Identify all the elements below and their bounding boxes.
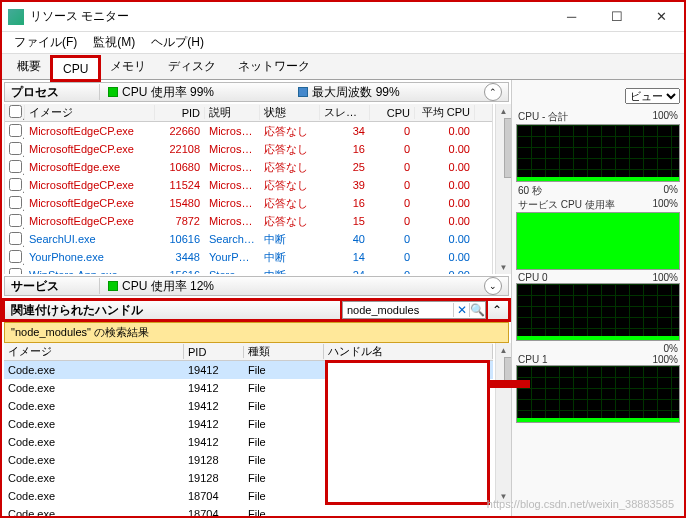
handle-search-input[interactable] [343, 304, 453, 316]
row-checkbox[interactable] [9, 142, 22, 155]
chart-1 [516, 212, 680, 270]
process-row[interactable]: MicrosoftEdgeCP.exe7872 Microso...応答なし 1… [5, 212, 492, 230]
row-checkbox[interactable] [9, 196, 22, 209]
process-title: プロセス [11, 84, 91, 101]
tab-memory[interactable]: メモリ [99, 53, 157, 79]
service-title: サービス [11, 278, 91, 295]
minimize-button[interactable]: ─ [549, 3, 594, 31]
chart-0 [516, 124, 680, 182]
process-scrollbar[interactable]: ▲▼ [495, 104, 511, 274]
tab-overview[interactable]: 概要 [6, 53, 52, 79]
menu-bar: ファイル(F) 監視(M) ヘルプ(H) [2, 32, 684, 54]
menu-file[interactable]: ファイル(F) [6, 32, 85, 53]
row-checkbox[interactable] [9, 268, 22, 275]
menu-help[interactable]: ヘルプ(H) [143, 32, 212, 53]
search-icon[interactable]: 🔍 [469, 303, 485, 317]
handle-section-header[interactable]: 関連付けられたハンドル ✕ 🔍 ⌃ [4, 300, 509, 320]
watermark: https://blog.csdn.net/weixin_38883585 [487, 498, 674, 510]
process-row[interactable]: MicrosoftEdgeCP.exe11524 Microso...応答なし … [5, 176, 492, 194]
handle-scrollbar[interactable]: ▲▼ [495, 343, 511, 503]
process-grid-header: イメージ PID 説明 状態 スレッド CPU 平均 CPU [5, 104, 492, 122]
process-row[interactable]: MicrosoftEdge.exe10680 Microso...応答なし 25… [5, 158, 492, 176]
app-icon [8, 9, 24, 25]
tab-disk[interactable]: ディスク [157, 53, 227, 79]
max-freq-icon [298, 87, 308, 97]
window-titlebar: リソース モニター ─ ☐ ✕ [2, 2, 684, 32]
chart-title: CPU 1100% [516, 354, 680, 365]
chart-2 [516, 283, 680, 341]
tab-network[interactable]: ネットワーク [227, 53, 321, 79]
row-checkbox[interactable] [9, 124, 22, 137]
max-freq-label: 最大周波数 99% [312, 84, 399, 101]
tab-cpu[interactable]: CPU [52, 57, 99, 80]
select-all-checkbox[interactable] [9, 105, 22, 118]
chart-title: CPU 0100% [516, 272, 680, 283]
service-cpu-icon [108, 281, 118, 291]
view-dropdown[interactable]: ビュー [625, 88, 680, 104]
row-checkbox[interactable] [9, 214, 22, 227]
handle-grid-header: イメージ PID 種類 ハンドル名 [4, 343, 493, 361]
window-title: リソース モニター [30, 8, 549, 25]
chart-title: サービス CPU 使用率100% [516, 198, 680, 212]
process-grid[interactable]: イメージ PID 説明 状態 スレッド CPU 平均 CPU Microsoft… [4, 104, 493, 274]
close-button[interactable]: ✕ [639, 3, 684, 31]
collapse-icon[interactable]: ⌃ [492, 303, 502, 317]
handle-title: 関連付けられたハンドル [11, 302, 342, 319]
row-checkbox[interactable] [9, 160, 22, 173]
collapse-icon[interactable]: ⌃ [484, 83, 502, 101]
maximize-button[interactable]: ☐ [594, 3, 639, 31]
row-checkbox[interactable] [9, 178, 22, 191]
service-cpu-label: CPU 使用率 12% [122, 278, 214, 295]
chart-panel: ビュー CPU - 合計100% 60 秒0%サービス CPU 使用率100% … [512, 80, 684, 516]
process-section-header[interactable]: プロセス CPU 使用率 99% 最大周波数 99% ⌃ [4, 82, 509, 102]
handle-search-box: ✕ 🔍 [342, 301, 486, 319]
search-result-banner: "node_modules" の検索結果 [4, 322, 509, 343]
chart-3 [516, 365, 680, 423]
menu-monitor[interactable]: 監視(M) [85, 32, 143, 53]
cpu-usage-label: CPU 使用率 99% [122, 84, 214, 101]
process-row[interactable]: MicrosoftEdgeCP.exe15480 Microso...応答なし … [5, 194, 492, 212]
process-row[interactable]: WinStore.App.exe15616 Store中断 2400.00 [5, 266, 492, 274]
highlight-overlay [325, 360, 490, 505]
process-row[interactable]: MicrosoftEdgeCP.exe22108 Microso...応答なし … [5, 140, 492, 158]
row-checkbox[interactable] [9, 232, 22, 245]
chart-title: CPU - 合計100% [516, 110, 680, 124]
row-checkbox[interactable] [9, 250, 22, 263]
highlight-connector [490, 380, 530, 388]
clear-search-icon[interactable]: ✕ [453, 303, 469, 317]
expand-icon[interactable]: ⌄ [484, 277, 502, 295]
tab-bar: 概要 CPU メモリ ディスク ネットワーク [2, 54, 684, 80]
handle-row[interactable]: Code.exe18704File [4, 505, 493, 516]
cpu-usage-icon [108, 87, 118, 97]
process-row[interactable]: YourPhone.exe3448 YourPho...中断 1400.00 [5, 248, 492, 266]
process-row[interactable]: SearchUI.exe10616 Search ...中断 4000.00 [5, 230, 492, 248]
process-row[interactable]: MicrosoftEdgeCP.exe22660 Microso...応答なし … [5, 122, 492, 140]
service-section-header[interactable]: サービス CPU 使用率 12% ⌄ [4, 276, 509, 296]
